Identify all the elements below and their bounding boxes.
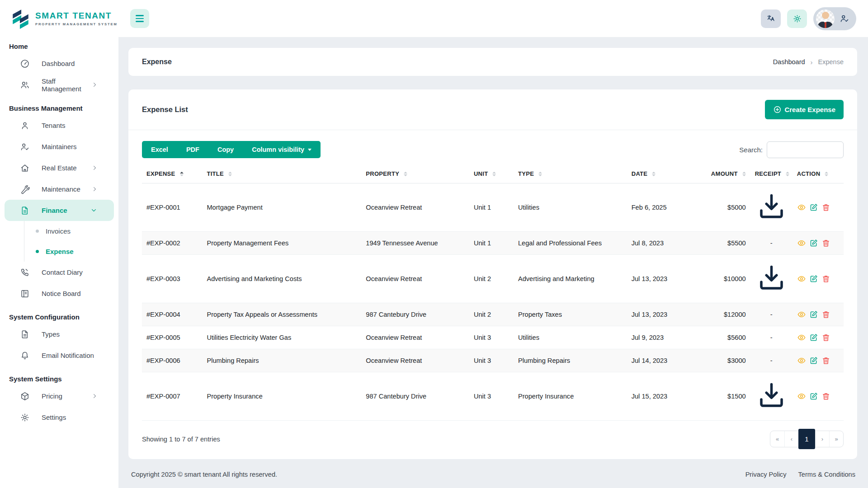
cell-property: 987 Cantebury Drive bbox=[361, 372, 469, 421]
sidebar: SMART TENANT PROPERTY MANAGEMENT SYSTEM … bbox=[0, 0, 118, 488]
cell-amount: $10000 bbox=[696, 255, 750, 303]
column-header-expense[interactable]: EXPENSE bbox=[142, 164, 202, 183]
table-row: #EXP-0001Mortgage PaymentOceanview Retre… bbox=[142, 183, 844, 232]
cell-expense: #EXP-0007 bbox=[142, 372, 202, 421]
view-button[interactable] bbox=[797, 203, 806, 212]
settings-button[interactable] bbox=[787, 9, 807, 28]
view-button[interactable] bbox=[797, 239, 806, 248]
column-header-type[interactable]: TYPE bbox=[514, 164, 627, 183]
edit-button[interactable] bbox=[809, 333, 818, 342]
cell-title: Mortgage Payment bbox=[202, 183, 361, 232]
edit-button[interactable] bbox=[809, 239, 818, 248]
pagination-last[interactable]: » bbox=[829, 431, 843, 447]
breadcrumb-dashboard[interactable]: Dashboard bbox=[773, 58, 805, 66]
column-visibility-button[interactable]: Column visibility bbox=[243, 141, 321, 158]
sidebar-item-types[interactable]: Types bbox=[0, 324, 118, 345]
pagination-first[interactable]: « bbox=[770, 431, 784, 447]
sidebar-item-maintenance[interactable]: Maintenance bbox=[0, 178, 118, 200]
view-button[interactable] bbox=[797, 274, 806, 283]
delete-button[interactable] bbox=[821, 310, 830, 319]
sidebar-item-staff-management[interactable]: Staff Management bbox=[0, 74, 118, 95]
delete-button[interactable] bbox=[821, 239, 830, 248]
pricing-icon bbox=[20, 391, 30, 401]
pagination: « ‹ 1 › » bbox=[770, 431, 844, 447]
copy-button[interactable]: Copy bbox=[208, 141, 243, 158]
column-header-title[interactable]: TITLE bbox=[202, 164, 361, 183]
cell-title: Advertising and Marketing Costs bbox=[202, 255, 361, 303]
eye-icon bbox=[797, 203, 806, 212]
cell-amount: $5000 bbox=[696, 183, 750, 232]
trash-icon bbox=[821, 203, 830, 212]
edit-button[interactable] bbox=[809, 274, 818, 283]
cell-action bbox=[793, 232, 844, 255]
cell-date: Jul 13, 2023 bbox=[627, 255, 697, 303]
avatar bbox=[816, 9, 835, 28]
profile-menu[interactable] bbox=[813, 7, 856, 30]
cell-type: Plumbing Repairs bbox=[514, 349, 627, 372]
cell-amount: $1500 bbox=[696, 372, 750, 421]
sidebar-item-finance[interactable]: Finance bbox=[5, 200, 114, 221]
sidebar-item-tenants[interactable]: Tenants bbox=[0, 115, 118, 136]
column-header-date[interactable]: DATE bbox=[627, 164, 697, 183]
translate-button[interactable] bbox=[761, 9, 781, 28]
sidebar-item-notice-board[interactable]: Notice Board bbox=[0, 283, 118, 304]
cell-receipt: - bbox=[750, 232, 793, 255]
search-input[interactable] bbox=[767, 141, 844, 158]
excel-button[interactable]: Excel bbox=[142, 141, 177, 158]
edit-button[interactable] bbox=[809, 203, 818, 212]
download-receipt-button[interactable] bbox=[755, 262, 788, 295]
edit-button[interactable] bbox=[809, 392, 818, 401]
privacy-policy-link[interactable]: Privacy Policy bbox=[745, 471, 787, 478]
delete-button[interactable] bbox=[821, 333, 830, 342]
cell-expense: #EXP-0004 bbox=[142, 303, 202, 326]
view-button[interactable] bbox=[797, 333, 806, 342]
column-header-property[interactable]: PROPERTY bbox=[361, 164, 469, 183]
eye-icon bbox=[797, 356, 806, 365]
file-icon bbox=[20, 206, 30, 216]
view-button[interactable] bbox=[797, 356, 806, 365]
sidebar-subitem-expense[interactable]: Expense bbox=[24, 241, 118, 262]
sidebar-item-maintainers[interactable]: Maintainers bbox=[0, 136, 118, 157]
gear-icon bbox=[20, 413, 30, 422]
pagination-page-1[interactable]: 1 bbox=[798, 429, 815, 449]
cell-property: Oceanview Retreat bbox=[361, 349, 469, 372]
column-header-receipt[interactable]: RECEIPT bbox=[750, 164, 793, 183]
sidebar-item-settings[interactable]: Settings bbox=[0, 407, 118, 428]
pdf-button[interactable]: PDF bbox=[177, 141, 208, 158]
download-receipt-button[interactable] bbox=[755, 190, 788, 223]
sidebar-nav: HomeDashboardStaff ManagementBusiness Ma… bbox=[0, 33, 118, 428]
sidebar-item-email-notification[interactable]: Email Notification bbox=[0, 345, 118, 366]
nav-section-system-settings: System Settings bbox=[0, 366, 118, 385]
cell-action bbox=[793, 303, 844, 326]
edit-button[interactable] bbox=[809, 356, 818, 365]
sort-icon bbox=[228, 172, 232, 176]
cell-property: Oceanview Retreat bbox=[361, 255, 469, 303]
menu-toggle-button[interactable] bbox=[130, 9, 149, 28]
delete-button[interactable] bbox=[821, 392, 830, 401]
sidebar-subitem-invoices[interactable]: Invoices bbox=[24, 221, 118, 241]
edit-button[interactable] bbox=[809, 310, 818, 319]
sidebar-item-real-estate[interactable]: Real Estate bbox=[0, 157, 118, 178]
pagination-next[interactable]: › bbox=[815, 431, 829, 447]
sort-icon bbox=[652, 172, 656, 176]
delete-button[interactable] bbox=[821, 274, 830, 283]
download-receipt-button[interactable] bbox=[755, 379, 788, 412]
brand-logo[interactable]: SMART TENANT PROPERTY MANAGEMENT SYSTEM bbox=[0, 0, 118, 33]
caret-down-icon bbox=[308, 149, 311, 151]
sidebar-item-contact-diary[interactable]: Contact Diary bbox=[0, 262, 118, 283]
pagination-prev[interactable]: ‹ bbox=[784, 431, 798, 447]
view-button[interactable] bbox=[797, 310, 806, 319]
column-header-action[interactable]: ACTION bbox=[793, 164, 844, 183]
sidebar-item-dashboard[interactable]: Dashboard bbox=[0, 53, 118, 74]
column-header-unit[interactable]: UNIT bbox=[469, 164, 514, 183]
view-button[interactable] bbox=[797, 392, 806, 401]
terms-conditions-link[interactable]: Terms & Conditions bbox=[798, 471, 855, 478]
plus-circle-icon bbox=[773, 105, 782, 114]
create-expense-button[interactable]: Create Expense bbox=[765, 100, 844, 119]
delete-button[interactable] bbox=[821, 356, 830, 365]
table-row: #EXP-0002Property Management Fees1949 Te… bbox=[142, 232, 844, 255]
column-header-amount[interactable]: AMOUNT bbox=[696, 164, 750, 183]
breadcrumb: Dashboard › Expense bbox=[773, 58, 844, 66]
delete-button[interactable] bbox=[821, 203, 830, 212]
sidebar-item-pricing[interactable]: Pricing bbox=[0, 385, 118, 407]
